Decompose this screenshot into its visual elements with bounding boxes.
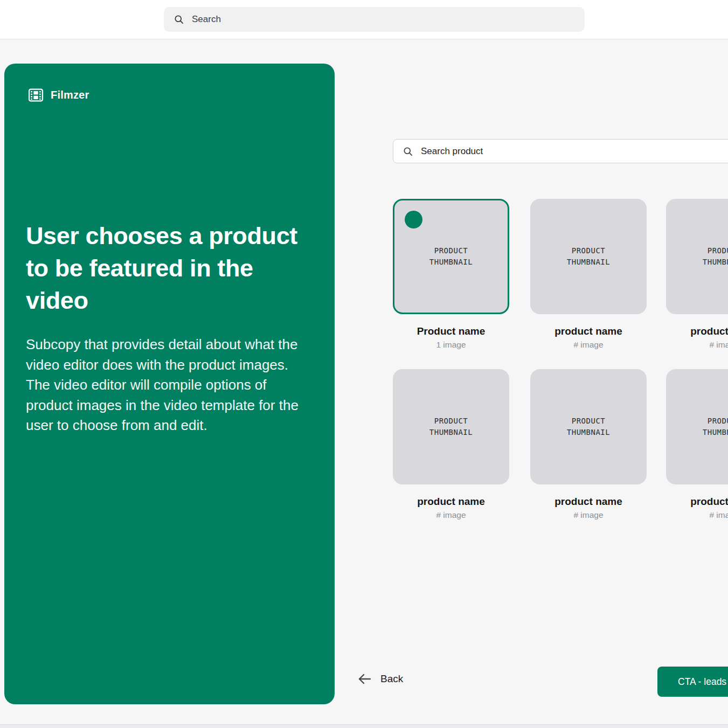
brand: Filmzer xyxy=(28,87,89,103)
search-icon xyxy=(403,146,413,157)
product-name: product name xyxy=(666,325,728,337)
global-search-input[interactable] xyxy=(184,7,585,32)
product-name: Product name xyxy=(393,325,509,337)
product-name: product name xyxy=(530,325,647,337)
film-icon xyxy=(28,87,44,103)
step-subcopy: Subcopy that provides detail about what … xyxy=(26,335,300,436)
thumbnail-placeholder-text: THUMBNAIL xyxy=(429,427,473,438)
product-card-slot: PRODUCT THUMBNAIL product name # image xyxy=(530,199,647,350)
product-image-count: # image xyxy=(666,510,728,520)
product-image-count: # image xyxy=(530,510,647,520)
global-search[interactable] xyxy=(164,7,585,32)
product-image-count: 1 image xyxy=(393,340,509,350)
product-name: product name xyxy=(666,496,728,508)
product-thumbnail-selected[interactable]: PRODUCT THUMBNAIL xyxy=(393,199,509,314)
product-image-count: # image xyxy=(666,340,728,350)
step-heading: User chooses a product to be featured in… xyxy=(26,220,314,317)
thumbnail-placeholder-text: THUMBNAIL xyxy=(567,256,610,268)
cta-button[interactable]: CTA - leads xyxy=(657,667,728,697)
thumbnail-placeholder-text: PRODUCT xyxy=(434,415,468,427)
search-icon xyxy=(174,14,184,25)
thumbnail-placeholder-text: THUMBNAIL xyxy=(429,256,473,268)
thumbnail-placeholder-text: THUMBNAIL xyxy=(703,427,728,438)
bottom-edge xyxy=(0,724,728,728)
arrow-left-icon xyxy=(357,672,372,685)
thumbnail-placeholder-text: PRODUCT xyxy=(434,245,468,256)
thumbnail-placeholder-text: PRODUCT xyxy=(572,245,606,256)
selected-dot-icon xyxy=(405,211,422,228)
thumbnail-placeholder-text: THUMBNAIL xyxy=(703,256,728,268)
brand-name: Filmzer xyxy=(51,89,89,101)
product-search-input[interactable] xyxy=(413,140,728,163)
thumbnail-placeholder-text: THUMBNAIL xyxy=(567,427,610,438)
topbar xyxy=(0,0,728,39)
product-name: product name xyxy=(393,496,509,508)
intro-panel: Filmzer User chooses a product to be fea… xyxy=(4,64,335,704)
back-label: Back xyxy=(380,673,403,685)
product-card-slot: PRODUCT THUMBNAIL Product name 1 image xyxy=(393,199,509,350)
product-card-slot: PRODUCT THUMBNAIL product name # image xyxy=(666,199,728,350)
product-search[interactable] xyxy=(393,139,728,163)
product-thumbnail[interactable]: PRODUCT THUMBNAIL xyxy=(530,369,647,484)
thumbnail-placeholder-text: PRODUCT xyxy=(708,415,728,427)
product-image-count: # image xyxy=(530,340,647,350)
product-card-slot: PRODUCT THUMBNAIL product name # image xyxy=(393,369,509,520)
product-thumbnail[interactable]: PRODUCT THUMBNAIL xyxy=(530,199,647,314)
product-thumbnail[interactable]: PRODUCT THUMBNAIL xyxy=(393,369,509,484)
product-name: product name xyxy=(530,496,647,508)
product-card-slot: PRODUCT THUMBNAIL product name # image xyxy=(666,369,728,520)
product-image-count: # image xyxy=(393,510,509,520)
product-picker-screen: { "topbar": { "search_placeholder": "Sea… xyxy=(0,0,728,728)
thumbnail-placeholder-text: PRODUCT xyxy=(708,245,728,256)
product-thumbnail[interactable]: PRODUCT THUMBNAIL xyxy=(666,369,728,484)
product-thumbnail[interactable]: PRODUCT THUMBNAIL xyxy=(666,199,728,314)
product-card-slot: PRODUCT THUMBNAIL product name # image xyxy=(530,369,647,520)
thumbnail-placeholder-text: PRODUCT xyxy=(572,415,606,427)
back-button[interactable]: Back xyxy=(357,672,403,685)
